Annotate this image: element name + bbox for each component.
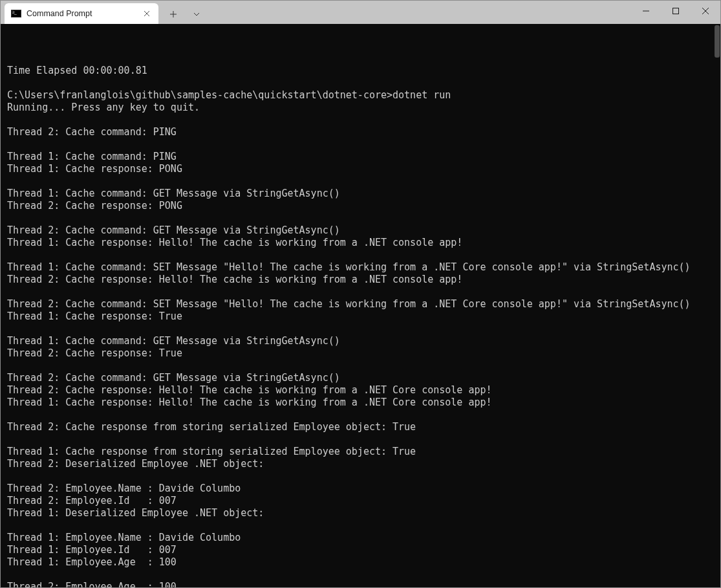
- close-icon: [702, 8, 709, 14]
- terminal-scrollbar[interactable]: [714, 24, 720, 587]
- tab-title: Command Prompt: [27, 9, 136, 18]
- tab-actions: [158, 2, 208, 24]
- new-tab-button[interactable]: [162, 5, 184, 24]
- terminal-output: Time Elapsed 00:00:00.81 C:\Users\franla…: [7, 52, 714, 587]
- command-prompt-icon: [11, 8, 21, 19]
- minimize-button[interactable]: [631, 1, 661, 21]
- minimize-icon: [643, 8, 649, 14]
- close-icon: [144, 10, 150, 17]
- window-controls: [631, 1, 720, 24]
- terminal-pane[interactable]: Time Elapsed 00:00:00.81 C:\Users\franla…: [1, 24, 720, 587]
- tabs-area: Command Prompt: [1, 1, 208, 24]
- maximize-icon: [673, 8, 679, 14]
- terminal-scrollbar-thumb[interactable]: [715, 25, 720, 58]
- titlebar-drag-region[interactable]: [208, 1, 631, 24]
- window-frame: Command Prompt: [0, 0, 721, 588]
- svg-rect-0: [673, 8, 679, 14]
- tab-dropdown-button[interactable]: [186, 5, 208, 24]
- maximize-button[interactable]: [661, 1, 691, 21]
- close-window-button[interactable]: [691, 1, 720, 21]
- titlebar[interactable]: Command Prompt: [1, 1, 720, 24]
- tab-command-prompt[interactable]: Command Prompt: [5, 3, 158, 24]
- tab-close-button[interactable]: [142, 8, 152, 19]
- plus-icon: [169, 10, 177, 18]
- chevron-down-icon: [193, 10, 200, 18]
